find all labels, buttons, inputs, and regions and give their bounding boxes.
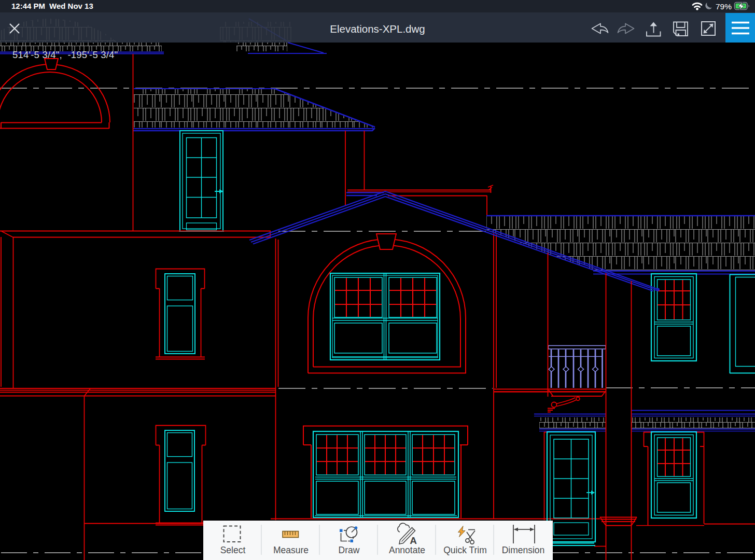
- svg-text:Dimension: Dimension: [502, 545, 545, 555]
- svg-text:Draw: Draw: [339, 545, 360, 555]
- svg-text:Quick Trim: Quick Trim: [443, 545, 487, 555]
- svg-text:Annotate: Annotate: [389, 545, 425, 555]
- svg-text:Elevations-XPL.dwg: Elevations-XPL.dwg: [330, 23, 425, 35]
- svg-text:Wed Nov 13: Wed Nov 13: [49, 2, 93, 10]
- svg-text:A: A: [410, 535, 417, 546]
- svg-text:12:44 PM: 12:44 PM: [11, 2, 45, 10]
- svg-text:79%: 79%: [716, 2, 732, 11]
- svg-text:Measure: Measure: [273, 545, 309, 555]
- svg-text:514'-5 3/4", -195'-5 3/4": 514'-5 3/4", -195'-5 3/4": [12, 49, 118, 60]
- svg-text:Select: Select: [220, 545, 246, 555]
